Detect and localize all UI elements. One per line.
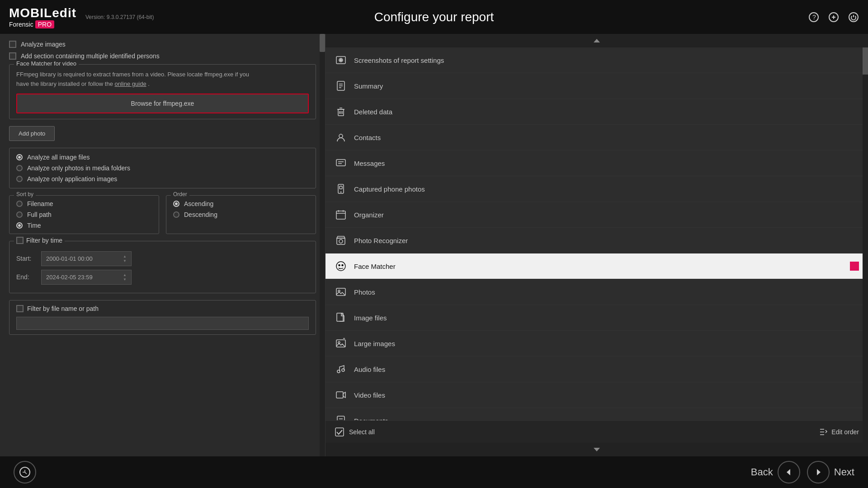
start-down-arrow[interactable]: ▼ xyxy=(123,259,127,263)
power-button[interactable] xyxy=(848,12,859,23)
nav-item-contacts[interactable]: Contacts xyxy=(326,125,868,150)
bottom-home-button[interactable] xyxy=(14,461,36,483)
sort-filename-radio[interactable] xyxy=(16,201,23,207)
logo-area: MOBILedit Forensic PRO xyxy=(9,6,76,28)
nav-item-audio-files[interactable]: Audio files xyxy=(326,357,868,382)
order-ascending-radio[interactable] xyxy=(173,201,179,207)
add-section-label: Add section containing multiple identifi… xyxy=(21,52,160,60)
next-button[interactable]: Next xyxy=(807,461,854,483)
pro-label: PRO xyxy=(35,20,54,28)
end-label: End: xyxy=(16,273,34,281)
image-files-icon xyxy=(335,311,347,324)
sort-time-row[interactable]: Time xyxy=(16,222,152,229)
select-all-item[interactable]: Select all xyxy=(335,427,375,437)
sort-fullpath-radio[interactable] xyxy=(16,211,23,218)
nav-item-large-images[interactable]: Large images xyxy=(326,331,868,357)
svg-rect-44 xyxy=(336,392,343,398)
analyze-option1-row[interactable]: Analyze all image files xyxy=(16,154,309,161)
filter-time-checkbox[interactable] xyxy=(16,237,24,244)
right-bottom-bar: Select all Edit order xyxy=(326,420,868,443)
end-up-arrow[interactable]: ▲ xyxy=(123,273,127,277)
left-scroll-thumb[interactable] xyxy=(320,34,325,52)
add-photo-button[interactable]: Add photo xyxy=(9,126,55,141)
left-scrollbar[interactable] xyxy=(320,34,325,456)
video-files-label: Video files xyxy=(354,391,385,399)
right-scroll-thumb[interactable] xyxy=(863,47,868,75)
nav-item-screenshots[interactable]: Screenshots of report settings xyxy=(326,47,868,73)
nav-item-image-files[interactable]: Image files xyxy=(326,305,868,331)
right-scroll-up-button[interactable] xyxy=(326,34,868,47)
filter-file-label: Filter by file name or path xyxy=(27,305,99,312)
sort-fullpath-row[interactable]: Full path xyxy=(16,211,152,218)
image-files-label: Image files xyxy=(354,314,387,322)
start-datetime-input[interactable]: 2000-01-01 00:00 ▲ ▼ xyxy=(41,251,132,266)
sort-time-label: Time xyxy=(27,222,41,229)
start-spinner[interactable]: ▲ ▼ xyxy=(123,254,127,263)
start-label: Start: xyxy=(16,255,34,262)
add-section-checkbox[interactable] xyxy=(9,52,16,60)
nav-item-deleted[interactable]: Deleted data xyxy=(326,99,868,125)
back-button[interactable]: Back xyxy=(751,461,800,483)
video-files-icon xyxy=(335,389,347,401)
nav-item-messages[interactable]: Messages xyxy=(326,150,868,176)
next-circle[interactable] xyxy=(807,461,830,483)
audio-files-icon xyxy=(335,363,347,375)
analyze-images-checkbox[interactable] xyxy=(9,41,16,48)
nav-item-face-matcher[interactable]: Face Matcher xyxy=(326,253,868,279)
filter-time-section: Filter by time Start: 2000-01-01 00:00 ▲… xyxy=(9,241,316,293)
audio-files-label: Audio files xyxy=(354,366,385,373)
svg-marker-55 xyxy=(787,469,790,475)
face-matcher-label: Face Matcher xyxy=(354,263,396,270)
svg-rect-45 xyxy=(337,416,344,420)
sort-time-radio[interactable] xyxy=(16,222,23,229)
nav-item-captured[interactable]: Captured phone photos xyxy=(326,176,868,202)
sort-order-row: Sort by Filename Full path Time Order xyxy=(9,195,316,234)
nav-item-video-files[interactable]: Video files xyxy=(326,382,868,408)
analyze-option3-radio[interactable] xyxy=(16,176,23,182)
svg-text:?: ? xyxy=(812,14,816,21)
end-down-arrow[interactable]: ▼ xyxy=(123,277,127,282)
photo-recognizer-label: Photo Recognizer xyxy=(354,237,408,244)
select-all-label: Select all xyxy=(349,428,375,436)
nav-item-documents[interactable]: Documents xyxy=(326,408,868,420)
filter-file-input[interactable] xyxy=(16,317,309,330)
deleted-icon xyxy=(335,105,347,118)
analyze-option2-row[interactable]: Analyze only photos in media folders xyxy=(16,164,309,172)
analyze-option1-radio[interactable] xyxy=(16,154,23,160)
start-up-arrow[interactable]: ▲ xyxy=(123,254,127,258)
order-descending-radio[interactable] xyxy=(173,211,179,218)
order-ascending-label: Ascending xyxy=(184,200,213,207)
analyze-option3-row[interactable]: Analyze only application images xyxy=(16,175,309,183)
browse-ffmpeg-button[interactable]: Browse for ffmpeg.exe xyxy=(16,94,309,113)
back-circle[interactable] xyxy=(778,461,800,483)
analyze-option2-radio[interactable] xyxy=(16,165,23,171)
nav-item-photos[interactable]: Photos xyxy=(326,279,868,305)
end-datetime-input[interactable]: 2024-02-05 23:59 ▲ ▼ xyxy=(41,270,132,285)
add-button[interactable] xyxy=(828,12,839,23)
sort-filename-row[interactable]: Filename xyxy=(16,200,152,207)
face-matcher-icon xyxy=(335,260,347,272)
nav-item-summary[interactable]: Summary xyxy=(326,73,868,99)
sort-by-box: Sort by Filename Full path Time xyxy=(9,195,159,234)
select-all-icon xyxy=(335,427,344,437)
filter-file-section: Filter by file name or path xyxy=(9,300,316,335)
photos-label: Photos xyxy=(354,288,375,296)
right-scrollbar[interactable] xyxy=(863,47,868,443)
filter-file-checkbox[interactable] xyxy=(16,305,24,312)
order-ascending-row[interactable]: Ascending xyxy=(173,200,309,207)
bottom-bar: Back Next xyxy=(0,456,868,488)
analyze-options-box: Analyze all image files Analyze only pho… xyxy=(9,148,316,188)
help-button[interactable]: ? xyxy=(808,12,819,23)
nav-item-organizer[interactable]: Organizer xyxy=(326,202,868,228)
online-guide-link[interactable]: online guide xyxy=(115,80,146,87)
edit-order-item[interactable]: Edit order xyxy=(820,428,859,436)
right-scroll-down-button[interactable] xyxy=(326,443,868,456)
svg-marker-53 xyxy=(594,448,600,451)
end-spinner[interactable]: ▲ ▼ xyxy=(123,273,127,282)
analyze-images-label: Analyze images xyxy=(21,41,66,48)
sort-filename-label: Filename xyxy=(27,200,53,207)
svg-point-32 xyxy=(339,239,343,243)
order-descending-row[interactable]: Descending xyxy=(173,211,309,218)
nav-item-photo-recognizer[interactable]: Photo Recognizer xyxy=(326,228,868,253)
organizer-icon xyxy=(335,208,347,221)
